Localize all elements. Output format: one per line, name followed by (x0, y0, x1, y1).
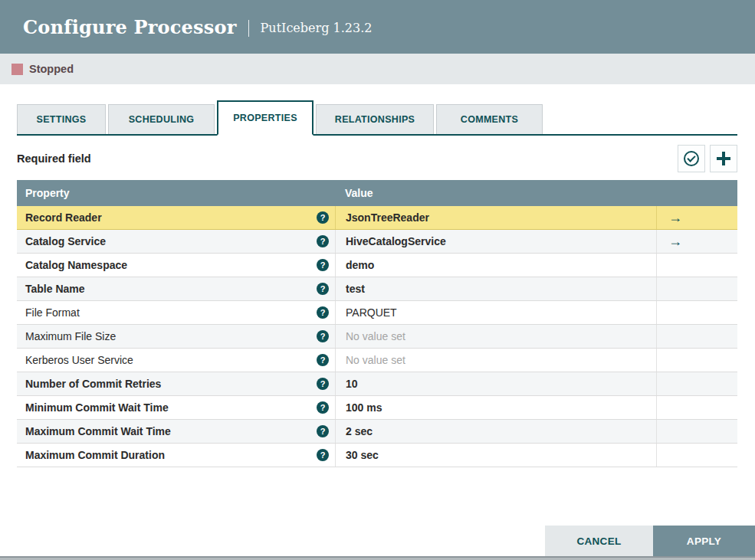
property-value: 100 ms (346, 401, 382, 414)
value-cell[interactable]: demo (335, 254, 656, 277)
value-cell[interactable]: test (335, 277, 656, 300)
tab-scheduling-label: SCHEDULING (129, 114, 195, 125)
question-circle-icon[interactable] (317, 259, 329, 271)
apply-button[interactable]: APPLY (653, 526, 755, 556)
value-cell[interactable]: 10 (335, 372, 656, 395)
property-cell: Catalog Namespace (17, 254, 335, 277)
table-row: Catalog Service HiveCatalogService (17, 230, 737, 254)
tab-settings-label: SETTINGS (37, 114, 87, 125)
property-name: Catalog Service (25, 235, 106, 247)
question-circle-icon[interactable] (317, 211, 329, 224)
question-circle-icon[interactable] (317, 425, 329, 437)
table-header-row: Property Value (17, 180, 737, 206)
value-cell[interactable]: PARQUET (335, 301, 656, 324)
property-name: File Format (25, 306, 80, 319)
status-bar: Stopped (0, 54, 755, 84)
property-value: No value set (346, 354, 405, 366)
property-name: Record Reader (25, 211, 102, 224)
tab-comments[interactable]: COMMENTS (436, 104, 543, 134)
property-value: 10 (346, 378, 358, 390)
toolbar-buttons (673, 145, 737, 172)
property-cell: Maximum Commit Duration (17, 444, 335, 467)
action-cell (656, 349, 737, 372)
question-circle-icon[interactable] (317, 378, 329, 390)
value-cell[interactable]: 100 ms (335, 396, 656, 419)
property-name: Table Name (25, 283, 85, 295)
dialog-footer: CANCEL APPLY (545, 526, 755, 556)
property-cell: Maximum Commit Wait Time (17, 420, 335, 443)
table-row: Maximum File Size No value set (17, 325, 737, 349)
tab-scheduling[interactable]: SCHEDULING (108, 104, 215, 134)
property-cell: Record Reader (17, 206, 335, 229)
action-cell (656, 372, 737, 395)
property-cell: Maximum File Size (17, 325, 335, 348)
arrow-right-icon[interactable] (668, 211, 682, 224)
question-circle-icon[interactable] (317, 235, 329, 247)
table-row: Kerberos User Service No value set (17, 349, 737, 372)
table-row: Record Reader JsonTreeReader (17, 206, 737, 230)
action-cell (656, 230, 737, 253)
table-row: Minimum Commit Wait Time 100 ms (17, 396, 737, 420)
property-name: Maximum Commit Wait Time (25, 425, 171, 437)
action-cell (656, 444, 737, 467)
table-row: Catalog Namespace demo (17, 254, 737, 277)
property-value: test (346, 283, 365, 295)
arrow-right-icon[interactable] (668, 234, 682, 248)
value-cell[interactable]: 2 sec (335, 420, 656, 443)
stop-square-icon (11, 64, 23, 75)
property-cell: Minimum Commit Wait Time (17, 396, 335, 419)
cancel-button[interactable]: CANCEL (545, 526, 653, 556)
value-cell[interactable]: No value set (335, 325, 656, 348)
action-cell (656, 420, 737, 443)
tab-relationships[interactable]: RELATIONSHIPS (316, 104, 434, 134)
question-circle-icon[interactable] (317, 330, 329, 342)
property-name: Number of Commit Retries (25, 378, 161, 390)
property-name: Kerberos User Service (25, 354, 133, 366)
action-cell (656, 277, 737, 300)
column-header-property: Property (17, 187, 335, 199)
question-circle-icon[interactable] (317, 283, 329, 295)
property-cell: File Format (17, 301, 335, 324)
question-circle-icon[interactable] (317, 306, 329, 319)
tab-comments-label: COMMENTS (461, 114, 518, 125)
property-value: No value set (346, 330, 405, 342)
value-cell[interactable]: JsonTreeReader (335, 206, 656, 229)
tab-relationships-label: RELATIONSHIPS (335, 114, 415, 125)
table-row: Table Name test (17, 277, 737, 301)
processor-type-version: PutIceberg 1.23.2 (261, 21, 373, 35)
add-property-button[interactable] (710, 145, 737, 172)
value-cell[interactable]: HiveCatalogService (335, 230, 656, 253)
action-cell (656, 206, 737, 229)
value-cell[interactable]: No value set (335, 349, 656, 372)
property-cell: Table Name (17, 277, 335, 300)
tab-settings[interactable]: SETTINGS (17, 104, 106, 134)
tab-properties-label: PROPERTIES (233, 113, 297, 123)
status-badge: Stopped (29, 63, 74, 75)
property-value: HiveCatalogService (346, 235, 446, 247)
value-cell[interactable]: 30 sec (335, 444, 656, 467)
action-cell (656, 301, 737, 324)
action-cell (656, 396, 737, 419)
question-circle-icon[interactable] (317, 354, 329, 366)
plus-icon (717, 152, 730, 165)
table-row: Number of Commit Retries 10 (17, 372, 737, 396)
dialog-bottom-edge (0, 556, 755, 560)
properties-toolbar: Required field (17, 142, 737, 175)
tab-properties[interactable]: PROPERTIES (217, 100, 313, 136)
question-circle-icon[interactable] (317, 401, 329, 414)
property-cell: Number of Commit Retries (17, 372, 335, 395)
table-row: File Format PARQUET (17, 301, 737, 325)
property-name: Maximum File Size (25, 330, 116, 342)
verify-properties-button[interactable] (678, 145, 705, 172)
dialog-title: Configure Processor (23, 16, 237, 38)
action-cell (656, 325, 737, 348)
property-value: JsonTreeReader (346, 211, 429, 224)
table-row: Maximum Commit Duration 30 sec (17, 444, 737, 467)
dialog-header: Configure Processor PutIceberg 1.23.2 (0, 0, 755, 54)
property-value: demo (346, 259, 374, 271)
property-name: Catalog Namespace (25, 259, 127, 271)
question-circle-icon[interactable] (317, 449, 329, 461)
property-name: Maximum Commit Duration (25, 449, 165, 461)
check-circle-icon (684, 151, 699, 166)
required-field-label: Required field (17, 152, 91, 165)
